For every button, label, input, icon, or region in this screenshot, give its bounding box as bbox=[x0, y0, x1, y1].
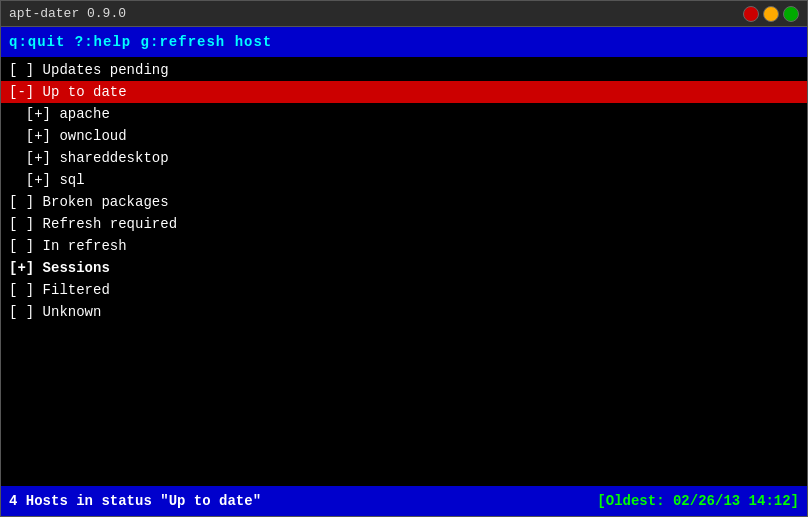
list-item-in-refresh[interactable]: [ ] In refresh bbox=[1, 235, 807, 257]
list-item-owncloud[interactable]: [+] owncloud bbox=[1, 125, 807, 147]
list-item-shareddesktop[interactable]: [+] shareddesktop bbox=[1, 147, 807, 169]
status-left: 4 Hosts in status "Up to date" bbox=[9, 493, 261, 509]
menu-bar: q:quit ?:help g:refresh host bbox=[1, 27, 807, 57]
maximize-button[interactable] bbox=[783, 6, 799, 22]
menu-items: q:quit ?:help g:refresh host bbox=[9, 34, 272, 50]
list-item-filtered[interactable]: [ ] Filtered bbox=[1, 279, 807, 301]
list-item-apache[interactable]: [+] apache bbox=[1, 103, 807, 125]
list-item-broken-packages[interactable]: [ ] Broken packages bbox=[1, 191, 807, 213]
minimize-button[interactable] bbox=[763, 6, 779, 22]
main-content: [ ] Updates pending[-] Up to date [+] ap… bbox=[1, 57, 807, 486]
close-button[interactable] bbox=[743, 6, 759, 22]
list-item-updates-pending[interactable]: [ ] Updates pending bbox=[1, 59, 807, 81]
list-item-sql[interactable]: [+] sql bbox=[1, 169, 807, 191]
list-item-refresh-required[interactable]: [ ] Refresh required bbox=[1, 213, 807, 235]
status-bar: 4 Hosts in status "Up to date" [Oldest: … bbox=[1, 486, 807, 516]
window-controls bbox=[743, 6, 799, 22]
list-item-unknown[interactable]: [ ] Unknown bbox=[1, 301, 807, 323]
title-text: apt-dater 0.9.0 bbox=[9, 6, 126, 21]
status-right: [Oldest: 02/26/13 14:12] bbox=[597, 493, 799, 509]
list-item-sessions[interactable]: [+] Sessions bbox=[1, 257, 807, 279]
list-item-up-to-date[interactable]: [-] Up to date bbox=[1, 81, 807, 103]
app-window: apt-dater 0.9.0 q:quit ?:help g:refresh … bbox=[0, 0, 808, 517]
title-bar: apt-dater 0.9.0 bbox=[1, 1, 807, 27]
